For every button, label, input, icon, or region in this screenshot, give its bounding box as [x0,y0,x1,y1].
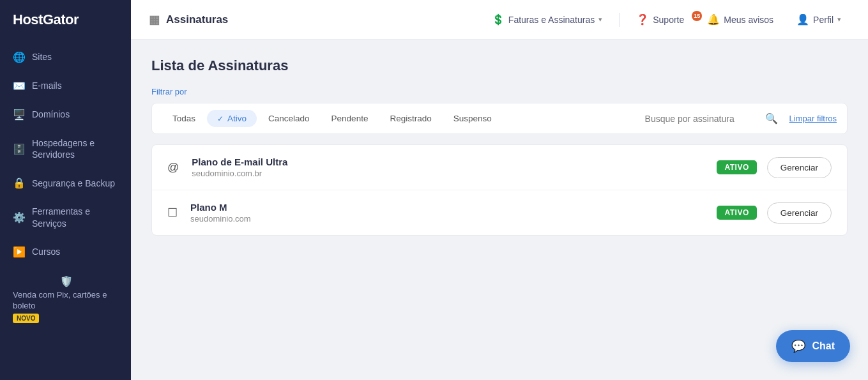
filter-bar: Todas✓AtivoCanceladoPendenteRegistradoSu… [151,103,848,134]
filter-tab-label-todas: Todas [172,114,195,123]
header-nav-label-perfil: Perfil [813,15,834,25]
sidebar-item-label-emails: E-mails [32,80,62,91]
filter-label: Filtrar por [151,87,848,96]
search-input[interactable] [645,114,760,124]
filter-tab-ativo[interactable]: ✓Ativo [207,110,257,127]
filter-section: Filtrar por Todas✓AtivoCanceladoPendente… [151,87,848,134]
header-nav-label-suporte: Suporte [653,15,684,25]
sidebar-item-sites[interactable]: 🌐 Sites [0,43,131,72]
novo-badge: NOVO [13,314,39,323]
sidebar-item-emails[interactable]: ✉️ E-mails [0,72,131,100]
sidebar-item-cursos[interactable]: ▶️ Cursos [0,238,131,266]
sub-domain: seudominio.com.br [192,169,706,178]
search-icon[interactable]: 🔍 [765,112,778,125]
sub-name: Plano M [190,202,706,213]
filter-tab-registrado[interactable]: Registrado [379,110,441,127]
sub-domain: seudominio.com [190,214,706,224]
faturas-chevron-icon: ▾ [598,15,602,24]
sidebar-item-dominios[interactable]: 🖥️ Domínios [0,100,131,129]
suporte-nav-icon: ❓ [636,13,649,26]
header-nav-avisos[interactable]: 🔔 15 Meus avisos [698,8,782,31]
chat-icon: 💬 [791,339,805,353]
header-nav-suporte[interactable]: ❓Suporte [627,8,693,31]
chat-button[interactable]: 💬 Chat [776,330,850,362]
hospedagens-icon: 🗄️ [13,143,24,155]
header: ▦ Assinaturas 💲Faturas e Assinaturas▾❓Su… [131,0,868,40]
sidebar-logo: HostGator [0,0,131,40]
header-nav-label-faturas: Faturas e Assinaturas [508,15,595,25]
perfil-chevron-icon: ▾ [837,15,841,24]
clear-filters-button[interactable]: Limpar filtros [789,114,837,123]
page-heading: Lista de Assinaturas [151,57,848,74]
filter-tab-label-suspenso: Suspenso [453,114,492,123]
avisos-nav-icon: 🔔 [707,13,720,26]
filter-tab-todas[interactable]: Todas [162,110,206,127]
filter-tab-label-registrado: Registrado [390,114,431,123]
header-nav-label-avisos: Meus avisos [724,15,773,25]
filter-tab-label-ativo: Ativo [227,114,247,123]
sidebar-item-label-seguranca: Segurança e Backup [32,178,115,189]
header-nav: 💲Faturas e Assinaturas▾❓Suporte 🔔 15 Meu… [483,8,850,31]
sites-icon: 🌐 [13,51,24,63]
filter-tab-cancelado[interactable]: Cancelado [258,110,320,127]
filter-tab-suspenso[interactable]: Suspenso [443,110,502,127]
notification-bell: 🔔 15 [707,13,720,26]
sidebar-item-label-sites: Sites [32,51,52,63]
sidebar-item-label-dominios: Domínios [32,109,70,120]
ferramentas-icon: ⚙️ [13,211,24,224]
subscription-row: @ Plano de E-mail Ultra seudominio.com.b… [152,145,847,190]
chat-label: Chat [812,340,835,352]
sub-type-icon: @ [167,161,179,174]
sidebar-item-label-hospedagens: Hospedagens e Servidores [32,137,118,160]
seguranca-icon: 🔒 [13,177,24,189]
filter-tab-label-cancelado: Cancelado [268,114,310,123]
filter-tab-pendente[interactable]: Pendente [321,110,379,127]
notification-badge: 15 [692,11,702,21]
header-nav-faturas[interactable]: 💲Faturas e Assinaturas▾ [483,8,611,31]
filter-tab-label-pendente: Pendente [331,114,369,123]
manage-button[interactable]: Gerenciar [767,202,832,224]
page-title-icon: ▦ [149,13,160,27]
manage-button[interactable]: Gerenciar [767,157,832,178]
promo-icon: 🛡️ [60,275,72,287]
sidebar-item-seguranca[interactable]: 🔒 Segurança e Backup [0,169,131,197]
sidebar-item-hospedagens[interactable]: 🗄️ Hospedagens e Servidores [0,129,131,169]
main-area: ▦ Assinaturas 💲Faturas e Assinaturas▾❓Su… [131,0,868,380]
cursos-icon: ▶️ [13,246,24,258]
filter-search: 🔍 [645,112,778,125]
check-icon: ✓ [217,114,224,123]
perfil-nav-icon: 👤 [796,13,809,26]
sidebar-item-ferramentas[interactable]: ⚙️ Ferramentas e Serviços [0,197,131,237]
sidebar: HostGator 🌐 Sites ✉️ E-mails 🖥️ Domínios… [0,0,131,380]
sub-info: Plano de E-mail Ultra seudominio.com.br [192,156,706,178]
sidebar-item-label-ferramentas: Ferramentas e Serviços [32,206,118,229]
header-divider [619,13,620,27]
faturas-nav-icon: 💲 [492,13,505,26]
sidebar-nav: 🌐 Sites ✉️ E-mails 🖥️ Domínios 🗄️ Hosped… [0,40,131,380]
emails-icon: ✉️ [13,80,24,92]
subscription-list: @ Plano de E-mail Ultra seudominio.com.b… [151,144,848,236]
page-title-text: Assinaturas [166,13,228,26]
filter-tabs: Todas✓AtivoCanceladoPendenteRegistradoSu… [162,110,643,127]
sub-info: Plano M seudominio.com [190,202,706,224]
subscription-row: ☐ Plano M seudominio.com ATIVO Gerenciar [152,190,847,235]
promo-text: Venda com Pix, cartões e boleto [13,290,118,312]
sidebar-promo[interactable]: 🛡️ Venda com Pix, cartões e boleto NOVO [0,266,131,332]
status-badge: ATIVO [717,160,756,174]
sub-name: Plano de E-mail Ultra [192,156,706,167]
status-badge: ATIVO [717,206,756,220]
dominios-icon: 🖥️ [13,109,24,121]
content-area: Lista de Assinaturas Filtrar por Todas✓A… [131,40,868,380]
header-page-title: ▦ Assinaturas [149,13,228,27]
header-nav-perfil[interactable]: 👤Perfil▾ [788,8,850,31]
sub-type-icon: ☐ [167,206,178,220]
sidebar-item-label-cursos: Cursos [32,246,60,257]
